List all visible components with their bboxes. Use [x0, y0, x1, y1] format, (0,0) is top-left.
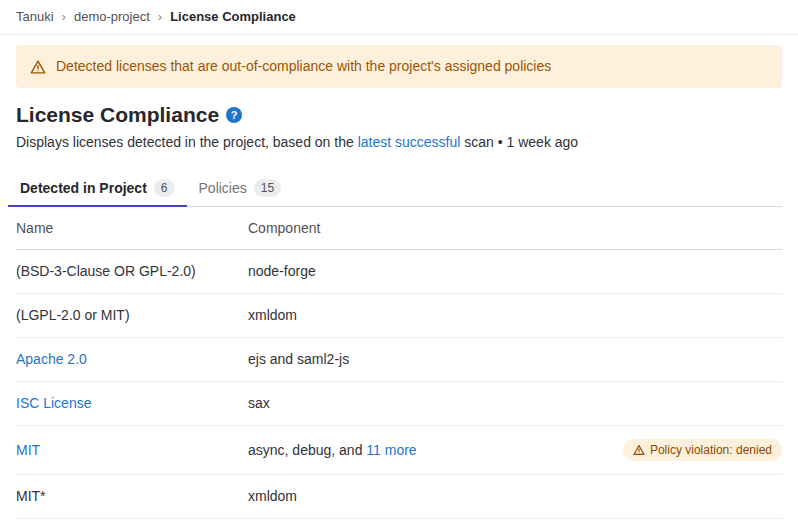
policy-violation-badge-text: Policy violation: denied — [650, 442, 772, 458]
component-list-text: async, debug, and — [248, 442, 366, 458]
policy-violation-badge: Policy violation: denied — [623, 439, 782, 461]
status-cell — [623, 338, 782, 382]
page-description: Displays licenses detected in the projec… — [16, 132, 782, 152]
description-prefix: Displays licenses detected in the projec… — [16, 134, 358, 150]
license-name-cell: Apache 2.0 — [16, 338, 248, 382]
license-name-cell: (LGPL-2.0 or MIT) — [16, 294, 248, 338]
table-row: MIT async, debug, and 11 more Pol — [16, 426, 782, 475]
status-cell — [623, 382, 782, 426]
column-header-component: Component — [248, 207, 623, 250]
chevron-right-icon: › — [62, 9, 66, 25]
tab-count-badge: 6 — [154, 179, 175, 197]
license-name-cell: MIT — [16, 426, 248, 475]
status-cell: Policy violation: denied — [623, 426, 782, 475]
status-cell — [623, 294, 782, 338]
warning-banner-text: Detected licenses that are out-of-compli… — [56, 58, 551, 75]
tab-label: Detected in Project — [20, 180, 147, 197]
tab-detected-in-project[interactable]: Detected in Project 6 — [8, 170, 187, 207]
column-header-name: Name — [16, 207, 248, 250]
help-question-icon[interactable]: ? — [226, 107, 242, 123]
warning-triangle-icon — [633, 444, 645, 456]
license-name-link[interactable]: Apache 2.0 — [16, 351, 87, 367]
table-row: ISC License sax — [16, 382, 782, 426]
warning-triangle-icon — [30, 59, 46, 75]
breadcrumb: Tanuki › demo-project › License Complian… — [0, 0, 798, 35]
license-name-cell: MIT* — [16, 475, 248, 519]
component-cell: ejs and saml2-js — [248, 338, 623, 382]
latest-successful-scan-link[interactable]: latest successful — [358, 134, 461, 150]
compliance-warning-banner: Detected licenses that are out-of-compli… — [16, 45, 782, 88]
component-cell: xmldom — [248, 294, 623, 338]
license-compliance-page: Detected licenses that are out-of-compli… — [0, 45, 798, 519]
tab-count-badge: 15 — [254, 179, 281, 197]
component-cell: xmldom — [248, 475, 623, 519]
breadcrumb-item-group[interactable]: Tanuki — [16, 9, 54, 25]
table-row: (BSD-3-Clause OR GPL-2.0) node-forge — [16, 250, 782, 294]
component-cell: node-forge — [248, 250, 623, 294]
page-title: License Compliance ? — [16, 102, 782, 127]
breadcrumb-item-project[interactable]: demo-project — [74, 9, 150, 25]
license-name-cell: (BSD-3-Clause OR GPL-2.0) — [16, 250, 248, 294]
tab-label: Policies — [199, 180, 247, 197]
table-row: MIT* xmldom — [16, 475, 782, 519]
component-cell: sax — [248, 382, 623, 426]
licenses-table: Name Component (BSD-3-Clause OR GPL-2.0)… — [16, 207, 782, 519]
chevron-right-icon: › — [158, 9, 162, 25]
status-cell — [623, 475, 782, 519]
license-name-link[interactable]: ISC License — [16, 395, 91, 411]
column-header-status — [623, 207, 782, 250]
table-header-row: Name Component — [16, 207, 782, 250]
license-name-cell: ISC License — [16, 382, 248, 426]
status-cell — [623, 250, 782, 294]
tabs-bar: Detected in Project 6 Policies 15 — [8, 170, 782, 207]
table-row: (LGPL-2.0 or MIT) xmldom — [16, 294, 782, 338]
more-components-link[interactable]: 11 more — [366, 442, 416, 458]
description-suffix: scan • 1 week ago — [460, 134, 578, 150]
component-cell: async, debug, and 11 more — [248, 426, 623, 475]
license-name-link[interactable]: MIT — [16, 442, 40, 458]
page-title-text: License Compliance — [16, 102, 219, 127]
breadcrumb-item-current: License Compliance — [170, 9, 296, 25]
tab-policies[interactable]: Policies 15 — [187, 170, 294, 207]
table-row: Apache 2.0 ejs and saml2-js — [16, 338, 782, 382]
